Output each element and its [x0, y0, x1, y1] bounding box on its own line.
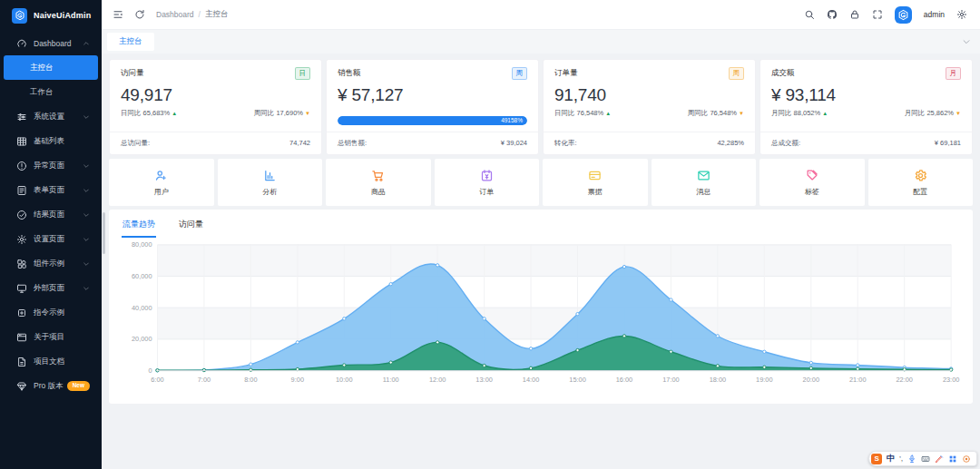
ime-settings-icon[interactable] [962, 454, 971, 464]
shortcut-订单[interactable]: 订单 [435, 159, 540, 206]
shortcut-商品[interactable]: 商品 [326, 159, 431, 206]
sidebar-item-2[interactable]: 工作台 [4, 80, 98, 104]
sidebar-item-12[interactable]: 关于项目 [4, 325, 98, 349]
bar-chart-icon [263, 169, 277, 182]
sidebar-item-13[interactable]: 项目文档 [4, 349, 98, 374]
brush-icon[interactable] [935, 454, 944, 464]
stat-card-value: 49,917 [121, 85, 310, 105]
refresh-icon[interactable] [134, 9, 145, 20]
shortcut-消息[interactable]: 消息 [652, 159, 757, 206]
shortcut-label: 票据 [588, 187, 603, 197]
search-icon[interactable] [804, 9, 815, 20]
diamond-icon [16, 381, 27, 392]
stat-card-footer-label: 总销售额: [338, 139, 367, 148]
chevron-down-icon [83, 162, 90, 170]
sidebar-item-6[interactable]: 表单页面 [4, 178, 98, 202]
dashboard-icon [16, 38, 27, 49]
chart-tab-0[interactable]: 流量趋势 [122, 217, 156, 238]
content-scrollbar[interactable] [103, 212, 105, 254]
github-icon[interactable] [827, 9, 838, 20]
svg-text:7:00: 7:00 [198, 376, 211, 384]
avatar[interactable] [895, 6, 912, 24]
new-badge: New [67, 381, 90, 391]
svg-text:22:00: 22:00 [896, 376, 913, 384]
component-icon [16, 259, 27, 269]
trend: 日同比 65,683%▲ [121, 109, 177, 118]
ime-toolbar: S 中 ’, [868, 451, 977, 466]
stat-card-badge[interactable]: 日 [295, 67, 311, 80]
shortcut-label: 标签 [805, 187, 819, 197]
sidebar-item-1[interactable]: 主控台 [4, 55, 98, 80]
shortcut-label: 消息 [696, 187, 710, 197]
microphone-icon[interactable] [907, 454, 916, 464]
trend-up-icon: ▲ [822, 111, 828, 116]
chart-card: 流量趋势访问量 020,00040,00060,00080,0006:007:0… [109, 210, 973, 404]
svg-text:17:00: 17:00 [662, 376, 680, 384]
svg-text:60,000: 60,000 [132, 272, 152, 280]
svg-text:0: 0 [148, 366, 152, 375]
svg-text:40,000: 40,000 [132, 304, 152, 312]
shortcut-标签[interactable]: 标签 [760, 159, 865, 206]
sidebar-item-4[interactable]: 基础列表 [4, 129, 98, 153]
stat-card-footer-value: 74,742 [289, 139, 310, 148]
ime-language-mode[interactable]: 中 [887, 453, 895, 464]
chevron-down-icon [83, 187, 90, 194]
shortcut-票据[interactable]: 票据 [543, 159, 648, 206]
trend-down-icon: ▼ [305, 111, 310, 116]
keyboard-icon[interactable] [921, 454, 930, 464]
stat-card-footer-label: 转化率: [554, 139, 577, 148]
svg-text:10:00: 10:00 [336, 376, 353, 384]
grid-icon[interactable] [948, 454, 957, 464]
username[interactable]: admin [924, 10, 945, 19]
breadcrumb: Dashboard / 主控台 [156, 9, 228, 20]
lock-icon[interactable] [849, 9, 860, 20]
monitor-icon [16, 283, 27, 294]
sidebar-item-10[interactable]: 外部页面 [4, 276, 98, 300]
ime-logo-icon[interactable]: S [871, 454, 882, 464]
fullscreen-icon[interactable] [872, 9, 883, 20]
logo-icon [12, 8, 27, 24]
chevron-down-icon[interactable] [962, 37, 971, 46]
svg-text:13:00: 13:00 [475, 376, 493, 384]
sidebar-item-8[interactable]: 设置页面 [4, 227, 98, 251]
svg-text:18:00: 18:00 [710, 376, 727, 384]
card-icon [588, 169, 602, 182]
trend-up-icon: ▲ [605, 111, 611, 116]
sidebar-item-7[interactable]: 结果页面 [4, 202, 98, 227]
collapse-sidebar-icon[interactable] [113, 9, 123, 20]
shortcut-分析[interactable]: 分析 [218, 159, 323, 206]
breadcrumb-root[interactable]: Dashboard [156, 10, 194, 19]
stat-card-badge[interactable]: 周 [729, 67, 745, 80]
sidebar-item-5[interactable]: 异常页面 [4, 153, 98, 178]
settings-gear-icon[interactable] [956, 9, 967, 20]
sidebar-item-0[interactable]: Dashboard [4, 31, 98, 55]
shortcut-用户[interactable]: 用户 [109, 159, 214, 206]
stat-card-badge[interactable]: 月 [946, 67, 962, 80]
stat-card-value: ¥ 93,114 [771, 85, 961, 105]
svg-text:9:00: 9:00 [291, 376, 304, 384]
sidebar-item-9[interactable]: 组件示例 [4, 251, 98, 276]
stat-card-trends: 日同比 65,683%▲周同比 17,690%▼ [121, 109, 310, 118]
sidebar-item-14[interactable]: Pro 版本 New [4, 374, 98, 398]
svg-text:20:00: 20:00 [803, 376, 820, 384]
chevron-down-icon [83, 113, 90, 121]
check-circle-icon [16, 210, 27, 220]
stat-card-value: 91,740 [554, 85, 744, 105]
app-logo[interactable]: NaiveUiAdmin [0, 0, 102, 31]
chart-tab-1[interactable]: 访问量 [178, 217, 204, 238]
ime-punctuation-icon[interactable]: ’, [899, 455, 903, 462]
svg-text:15:00: 15:00 [569, 376, 586, 384]
sidebar-item-3[interactable]: 系统设置 [4, 104, 98, 129]
tab-console[interactable]: 主控台 [107, 33, 154, 51]
shortcut-label: 商品 [371, 187, 386, 197]
stat-card-footer-value: ¥ 39,024 [501, 139, 527, 148]
shortcut-配置[interactable]: 配置 [868, 159, 974, 206]
shortcut-label: 用户 [154, 187, 169, 197]
stat-card-footer-label: 总访问量: [121, 139, 150, 148]
stat-card-footer-label: 总成交额: [771, 139, 800, 148]
svg-text:20,000: 20,000 [132, 335, 152, 343]
stat-card-badge[interactable]: 周 [512, 67, 528, 80]
sidebar-item-11[interactable]: 指令示例 [4, 300, 98, 325]
sidebar: NaiveUiAdmin Dashboard 主控台 工作台 系统设置 基础列表… [0, 0, 102, 469]
svg-text:12:00: 12:00 [429, 376, 446, 384]
